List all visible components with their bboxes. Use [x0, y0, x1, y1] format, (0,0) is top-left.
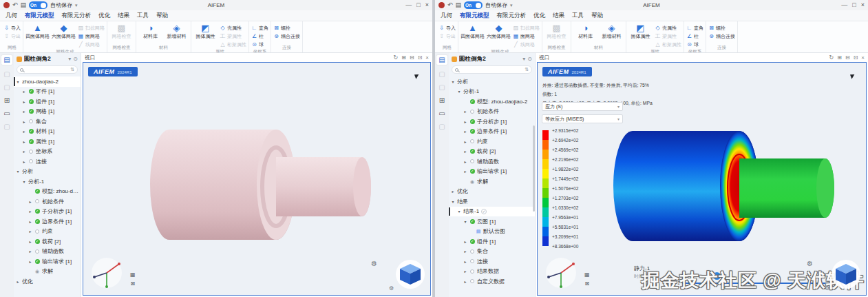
menu-tab-6[interactable]: 工具	[572, 12, 584, 20]
folder-open-icon[interactable]: ▭	[438, 110, 445, 117]
tree-item[interactable]: ▤默认云图	[449, 227, 535, 237]
tree-item[interactable]: ▸✓载荷 [2]	[14, 236, 81, 247]
tree-collapsed-icon[interactable]: ▸	[28, 199, 32, 204]
tree-item[interactable]: ▸优化	[449, 187, 535, 197]
gear-icon[interactable]: ⚙	[389, 285, 394, 291]
tree-collapsed-icon[interactable]: ▸	[463, 269, 467, 274]
tree-collapsed-icon[interactable]: ▸	[463, 149, 467, 154]
ribbon-button[interactable]: ◆六面体网格	[487, 22, 511, 40]
tree-item[interactable]: ▸优化	[14, 276, 81, 287]
folder-add-icon[interactable]: ⊞	[4, 97, 10, 104]
tree-collapsed-icon[interactable]: ▸	[463, 239, 467, 244]
window-minimize-button[interactable]: —	[405, 2, 412, 8]
result-field-dropdown[interactable]: 应力 (S)▾	[542, 102, 623, 111]
model-tree-icon[interactable]: ▤	[436, 55, 447, 65]
box-select-icon[interactable]: ⊠	[584, 281, 590, 287]
tree-item[interactable]: ▸连接	[14, 156, 81, 167]
gear-icon[interactable]: ⚙	[371, 260, 377, 267]
gear-icon[interactable]: ⚙	[825, 285, 829, 291]
ribbon-button[interactable]: ⊠螺栓	[273, 24, 300, 32]
tree-item[interactable]: ▸结果数据	[449, 267, 535, 277]
tree-item[interactable]: ▸✓材料 [1]	[14, 127, 81, 137]
tree-item[interactable]: ▾分析-1	[14, 176, 81, 187]
split-view-icon[interactable]: ⊞	[837, 54, 842, 61]
filter-icon[interactable]: ⇅	[525, 67, 529, 72]
tree-item[interactable]: ▸集合	[449, 247, 535, 257]
tree-collapsed-icon[interactable]: ▸	[451, 189, 455, 194]
autosave-caret-icon[interactable]: ▾	[75, 3, 78, 8]
tree-collapsed-icon[interactable]: ▸	[22, 129, 26, 134]
tree-collapsed-icon[interactable]: ▸	[22, 139, 26, 144]
ribbon-button[interactable]: ◑材料库	[138, 22, 162, 40]
tree-collapsed-icon[interactable]: ▸	[463, 169, 467, 174]
ribbon-button[interactable]: ⊛耦合连接	[273, 32, 300, 40]
tree-collapsed-icon[interactable]: ▸	[463, 139, 467, 144]
tree-collapsed-icon[interactable]: ▸	[28, 219, 32, 224]
window-close-icon[interactable]: ×	[861, 54, 865, 61]
tree-item[interactable]: ▸✓输出请求 [1]	[449, 167, 535, 177]
menu-tab-3[interactable]: 有限元分析	[497, 12, 527, 20]
folder-add-icon[interactable]: ⊞	[439, 97, 445, 104]
tree-collapsed-icon[interactable]: ▸	[22, 119, 26, 124]
nav-cube-wrap[interactable]	[394, 258, 426, 293]
tree-item[interactable]: ✓模型: zhou-daojiao-2	[449, 96, 535, 107]
menu-tab-2[interactable]: 有限元模型	[460, 12, 489, 20]
result-component-dropdown[interactable]: 等效应力 (MISES)▾	[542, 114, 623, 123]
tree-collapse-icon[interactable]: ▾	[522, 56, 525, 62]
autosave-toggle[interactable]: On	[464, 1, 483, 9]
tree-collapsed-icon[interactable]: ▸	[463, 119, 467, 124]
ribbon-button[interactable]: ◑材料库	[573, 22, 597, 40]
model-3d-view[interactable]	[605, 107, 846, 275]
tree-scrollbar[interactable]	[533, 125, 535, 212]
viewport-canvas[interactable]: AIFEM2024R1外推: 通过形函数插值, 不变量: 外推后, 平均前; 7…	[537, 62, 867, 296]
autosave-toggle[interactable]: On	[29, 1, 47, 9]
ribbon-button[interactable]: ◇壳属性	[220, 24, 246, 32]
ribbon-button[interactable]: ▲四面体网格	[461, 22, 485, 40]
tree-item[interactable]: ▾zhou-daojiao-2	[14, 76, 81, 87]
ribbon-button[interactable]: ⊛耦合连接	[708, 32, 735, 40]
window-restore-icon[interactable]: ⊡	[418, 54, 423, 61]
tree-collapsed-icon[interactable]: ▸	[463, 109, 467, 114]
menu-tab-4[interactable]: 优化	[98, 12, 110, 20]
tree-search-input[interactable]: ⇅	[452, 65, 532, 74]
ribbon-button[interactable]: ⊠螺栓	[708, 24, 735, 32]
split-view-icon[interactable]: ⊞	[401, 54, 406, 61]
tree-settings-icon[interactable]: ⊙	[527, 56, 532, 62]
orientation-triad[interactable]	[543, 256, 583, 289]
tree-item[interactable]: ▸约束	[14, 227, 81, 237]
tree-item[interactable]: ▸初始条件	[449, 107, 535, 117]
menu-tab-5[interactable]: 结果	[553, 12, 564, 20]
window-maximize-button[interactable]: □	[852, 2, 856, 8]
tree-collapsed-icon[interactable]: ▸	[463, 259, 467, 264]
ribbon-button[interactable]: ◩固体属性	[628, 22, 653, 40]
tree-collapsed-icon[interactable]: ▸	[22, 109, 26, 114]
tree-collapsed-icon[interactable]: ▸	[463, 279, 467, 284]
menu-tab-4[interactable]: 优化	[533, 12, 545, 20]
ribbon-button[interactable]: ◈新增材料	[165, 22, 189, 40]
grid-view-icon[interactable]: ▦	[130, 272, 136, 278]
tree-expanded-icon[interactable]: ▾	[22, 179, 26, 184]
tree-collapsed-icon[interactable]: ▸	[463, 159, 467, 164]
window-close-icon[interactable]: ×	[425, 54, 429, 61]
tree-item[interactable]: ◉求解	[449, 176, 535, 187]
grid-view-icon[interactable]: ▦	[584, 272, 590, 278]
window-minimize-button[interactable]: —	[841, 2, 847, 8]
tree-expanded-icon[interactable]: ▾	[451, 79, 455, 84]
refresh-icon[interactable]: ↻	[829, 54, 834, 61]
tree-collapsed-icon[interactable]: ▸	[28, 259, 32, 264]
tree-collapsed-icon[interactable]: ▸	[22, 159, 26, 164]
ribbon-button[interactable]: ◆六面体网格	[52, 22, 76, 40]
tree-collapse-icon[interactable]: ▾	[68, 56, 71, 62]
menu-tab-3[interactable]: 有限元分析	[62, 12, 92, 20]
ribbon-button[interactable]: ⇩导入	[438, 24, 456, 32]
ribbon-button[interactable]: ▦面网格	[78, 32, 105, 40]
nav-cube[interactable]	[830, 258, 862, 290]
tree-item[interactable]: ▸✓边界条件 [1]	[449, 127, 535, 137]
viewport-canvas[interactable]: AIFEM2024R1▦⊠⚙⚙	[83, 62, 431, 296]
tree-item[interactable]: ▸连接	[449, 256, 535, 267]
tree-expanded-icon[interactable]: ▾	[457, 209, 461, 214]
tree-item[interactable]: ▸✓零件 [1]	[14, 87, 81, 97]
ribbon-button[interactable]: ◩固体属性	[193, 22, 218, 40]
tree-item[interactable]: ▸约束	[449, 136, 535, 147]
window-close-button[interactable]: ×	[425, 2, 429, 8]
